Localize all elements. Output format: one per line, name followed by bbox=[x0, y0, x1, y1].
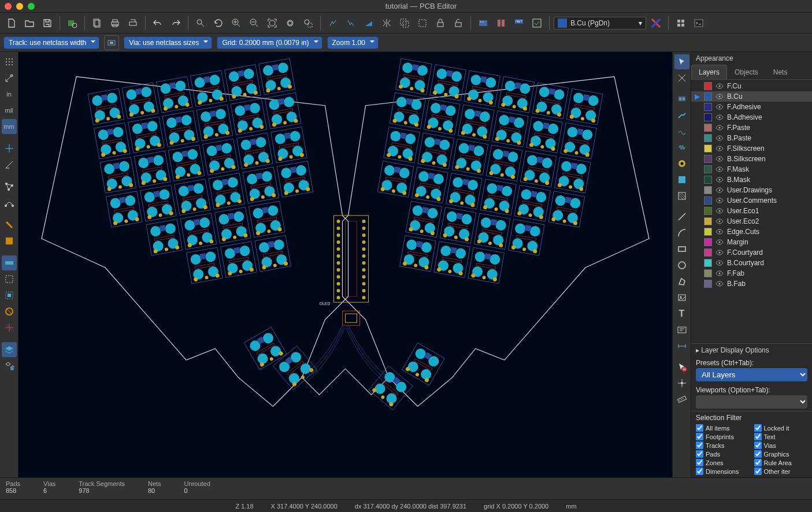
layer-row-f-silkscreen[interactable]: F.Silkscreen bbox=[691, 143, 812, 154]
layer-row-user-eco1[interactable]: User.Eco1 bbox=[691, 206, 812, 216]
mm-icon[interactable]: mm bbox=[2, 119, 17, 134]
eye-icon[interactable] bbox=[715, 155, 724, 163]
plot-icon[interactable] bbox=[125, 15, 141, 31]
place-rule-area-icon[interactable] bbox=[674, 188, 689, 203]
layer-color-swatch[interactable] bbox=[704, 176, 712, 184]
filter-text[interactable]: Text bbox=[754, 433, 808, 440]
via-fill-icon[interactable] bbox=[2, 272, 17, 287]
layer-selector[interactable]: B.Cu (PgDn) ▾ bbox=[554, 17, 646, 29]
close-button[interactable] bbox=[5, 3, 12, 10]
footprint-editor-icon[interactable] bbox=[493, 15, 509, 31]
layer-row-f-adhesive[interactable]: F.Adhesive bbox=[691, 102, 812, 112]
tab-layers[interactable]: Layers bbox=[691, 65, 727, 79]
layer-row-b-paste[interactable]: B.Paste bbox=[691, 133, 812, 143]
eye-icon[interactable] bbox=[715, 134, 724, 142]
curved-ratsnest-icon[interactable] bbox=[2, 195, 17, 210]
draw-poly-icon[interactable] bbox=[674, 274, 689, 289]
eye-icon[interactable] bbox=[715, 124, 724, 132]
dimension-icon[interactable] bbox=[674, 339, 689, 354]
refresh-icon[interactable] bbox=[210, 15, 227, 31]
eye-icon[interactable] bbox=[715, 259, 724, 267]
filter-checkbox[interactable] bbox=[754, 450, 762, 458]
eye-icon[interactable] bbox=[715, 165, 724, 173]
draw-circle-icon[interactable] bbox=[674, 258, 689, 273]
filter-other-iter[interactable]: Other iter bbox=[754, 468, 808, 475]
tab-nets[interactable]: Nets bbox=[766, 65, 795, 79]
layer-row-b-fab[interactable]: B.Fab bbox=[691, 279, 812, 289]
highlight-net-tool-icon[interactable] bbox=[674, 71, 689, 86]
layer-row-user-drawings[interactable]: User.Drawings bbox=[691, 185, 812, 195]
plugins-icon[interactable] bbox=[673, 15, 689, 31]
tune-length-icon[interactable] bbox=[674, 140, 689, 155]
grid-dropdown[interactable]: Grid: 0.2000 mm (0.0079 in) bbox=[217, 36, 322, 49]
layer-row-b-courtyard[interactable]: B.Courtyard bbox=[691, 258, 812, 268]
filter-checkbox[interactable] bbox=[696, 450, 703, 458]
eye-icon[interactable] bbox=[715, 113, 724, 121]
layer-color-swatch[interactable] bbox=[704, 92, 712, 101]
layer-color-swatch[interactable] bbox=[704, 207, 712, 215]
place-image-icon[interactable] bbox=[674, 290, 689, 305]
layer-color-swatch[interactable] bbox=[704, 134, 712, 142]
layer-color-swatch[interactable] bbox=[704, 186, 712, 194]
lock-icon[interactable] bbox=[432, 15, 448, 31]
layer-color-swatch[interactable] bbox=[704, 228, 712, 236]
filter-locked-it[interactable]: Locked it bbox=[754, 424, 808, 432]
filter-zones[interactable]: Zones bbox=[696, 459, 750, 466]
eye-icon[interactable] bbox=[715, 207, 724, 215]
layer-row-b-silkscreen[interactable]: B.Silkscreen bbox=[691, 154, 812, 164]
update-pcb-icon[interactable] bbox=[475, 15, 491, 31]
track-width-dropdown[interactable]: Track: use netclass width bbox=[3, 36, 99, 49]
filter-checkbox[interactable] bbox=[696, 459, 703, 466]
net-inspector-icon[interactable]: NET bbox=[511, 15, 527, 31]
mils-icon[interactable]: mil bbox=[2, 103, 17, 118]
save-icon[interactable] bbox=[39, 15, 55, 31]
inches-icon[interactable]: in bbox=[2, 87, 17, 102]
net-highlight-icon[interactable] bbox=[2, 217, 17, 232]
filter-all-items[interactable]: All items bbox=[696, 424, 750, 432]
layer-color-swatch[interactable] bbox=[704, 124, 712, 132]
pad-fill-icon[interactable] bbox=[2, 255, 17, 270]
polar-coords-icon[interactable] bbox=[2, 71, 17, 86]
eye-icon[interactable] bbox=[715, 144, 724, 153]
unlock-icon[interactable] bbox=[450, 15, 466, 31]
eye-icon[interactable] bbox=[715, 82, 724, 90]
place-textbox-icon[interactable] bbox=[674, 322, 689, 337]
eye-icon[interactable] bbox=[715, 103, 724, 111]
layer-color-swatch[interactable] bbox=[704, 103, 712, 111]
board-setup-icon[interactable] bbox=[64, 15, 80, 31]
layer-color-swatch[interactable] bbox=[704, 144, 712, 153]
zoom-objects-icon[interactable] bbox=[282, 15, 298, 31]
outline-icon[interactable] bbox=[2, 304, 17, 319]
filter-checkbox[interactable] bbox=[696, 424, 703, 432]
filter-graphics[interactable]: Graphics bbox=[754, 450, 808, 458]
ungroup-icon[interactable] bbox=[414, 15, 431, 31]
layer-row-f-cu[interactable]: F.Cu bbox=[691, 81, 812, 91]
new-file-icon[interactable] bbox=[3, 15, 20, 31]
ratsnest-icon[interactable] bbox=[2, 179, 17, 194]
contrast-icon[interactable] bbox=[2, 320, 17, 335]
layer-color-swatch[interactable] bbox=[704, 238, 712, 246]
layers-manager-icon[interactable] bbox=[2, 342, 17, 357]
viewports-dropdown[interactable] bbox=[696, 395, 807, 409]
pcb-canvas[interactable]: OLED bbox=[18, 52, 672, 477]
open-file-icon[interactable] bbox=[21, 15, 38, 31]
45deg-icon[interactable] bbox=[2, 157, 17, 172]
set-origin-icon[interactable] bbox=[674, 376, 689, 391]
grid-display-icon[interactable] bbox=[2, 54, 17, 69]
layer-row-edge-cuts[interactable]: Edge.Cuts bbox=[691, 227, 812, 237]
print-icon[interactable] bbox=[107, 15, 123, 31]
rotate-cw-icon[interactable] bbox=[343, 15, 359, 31]
layer-color-swatch[interactable] bbox=[704, 259, 712, 267]
filter-vias[interactable]: Vias bbox=[754, 441, 808, 449]
minimize-button[interactable] bbox=[16, 3, 23, 10]
maximize-button[interactable] bbox=[28, 3, 35, 10]
eye-icon[interactable] bbox=[715, 228, 724, 236]
draw-rect-icon[interactable] bbox=[674, 242, 689, 257]
page-settings-icon[interactable] bbox=[89, 15, 105, 31]
select-tool-icon[interactable] bbox=[674, 54, 689, 69]
filter-dimensions[interactable]: Dimensions bbox=[696, 468, 750, 475]
eye-icon[interactable] bbox=[715, 92, 724, 101]
presets-dropdown[interactable]: All Layers bbox=[696, 368, 807, 381]
layer-color-swatch[interactable] bbox=[704, 280, 712, 288]
layer-row-f-fab[interactable]: F.Fab bbox=[691, 268, 812, 279]
